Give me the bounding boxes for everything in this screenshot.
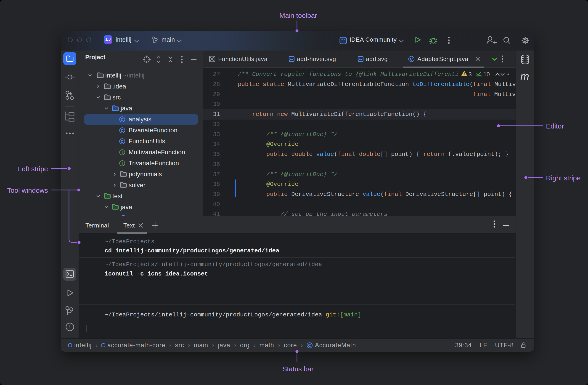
svg-text:I: I	[122, 161, 123, 166]
svg-text:C: C	[410, 57, 413, 62]
svg-text:C: C	[121, 129, 124, 133]
svg-text:C: C	[121, 139, 124, 144]
svg-text:m: m	[520, 70, 529, 82]
svg-text:I: I	[122, 150, 123, 155]
svg-text:3: 3	[468, 71, 472, 77]
svg-text:10: 10	[483, 71, 490, 77]
svg-text:C: C	[121, 117, 124, 122]
svg-text:C: C	[308, 343, 311, 348]
